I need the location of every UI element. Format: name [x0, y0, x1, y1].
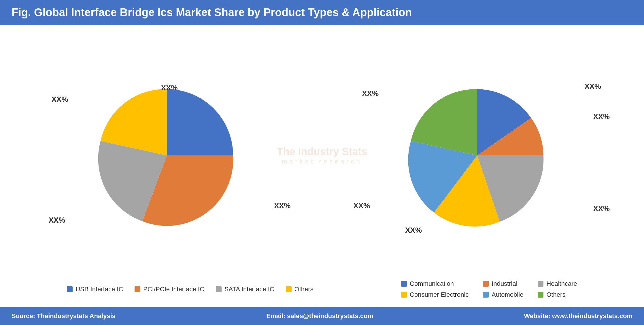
- legend-label: PCI/PCIe Interface IC: [143, 285, 204, 293]
- legend-dot: [135, 286, 140, 292]
- legend1-item: SATA Interface IC: [216, 285, 274, 293]
- legend-dot: [538, 281, 543, 287]
- chart2-label-consumer: XX%: [405, 226, 422, 235]
- legend-label: Healthcare: [546, 280, 577, 288]
- legend-label: Consumer Electronic: [410, 291, 469, 298]
- footer: Source: Theindustrystats Analysis Email:…: [0, 307, 644, 325]
- page-title: Fig. Global Interface Bridge Ics Market …: [12, 6, 632, 19]
- chart2-label-others: XX%: [362, 89, 379, 98]
- legend-label: Communication: [410, 280, 454, 288]
- legend2-item: Communication: [401, 280, 469, 288]
- legend1-item: USB Interface IC: [67, 285, 123, 293]
- charts-area: XX% XX% XX% XX% The Industry Stats marke…: [12, 34, 632, 277]
- legend-dot: [286, 286, 292, 292]
- legend2-item: Healthcare: [538, 280, 577, 288]
- legend-dot: [483, 281, 489, 287]
- legend1-item: Others: [286, 285, 313, 293]
- chart2-label-auto: XX%: [353, 201, 370, 210]
- chart1-svg: [92, 80, 242, 230]
- page-container: Fig. Global Interface Bridge Ics Market …: [0, 0, 644, 325]
- legend-label: Industrial: [492, 280, 517, 288]
- chart1-label-pci: XX%: [274, 201, 291, 210]
- legend-label: Automobile: [492, 291, 523, 298]
- legend-label: USB Interface IC: [75, 285, 123, 293]
- chart2-container: XX% XX% XX% XX% XX% XX%: [348, 66, 607, 245]
- chart2-svg: [402, 80, 552, 230]
- legend-label: Others: [546, 291, 565, 298]
- legend-dot: [67, 286, 73, 292]
- legend-dot: [401, 281, 407, 287]
- legend-dot: [538, 292, 543, 298]
- chart2-label-ind: XX%: [593, 112, 610, 121]
- legend-dot: [401, 292, 407, 298]
- legend2: CommunicationIndustrialHealthcareConsume…: [401, 280, 577, 298]
- chart1-slice-usb: [167, 89, 233, 155]
- footer-source: Source: Theindustrystats Analysis: [12, 312, 116, 320]
- footer-email: Email: sales@theindustrystats.com: [266, 312, 373, 320]
- legend2-item: Industrial: [483, 280, 523, 288]
- footer-website: Website: www.theindustrystats.com: [524, 312, 632, 320]
- chart2-label-comm: XX%: [584, 82, 601, 91]
- chart1-label-usb: XX%: [161, 83, 178, 92]
- legend1-item: PCI/PCIe Interface IC: [135, 285, 204, 293]
- legends-row: USB Interface ICPCI/PCIe Interface ICSAT…: [12, 277, 632, 301]
- legend-dot: [216, 286, 222, 292]
- legend1: USB Interface ICPCI/PCIe Interface ICSAT…: [67, 280, 313, 298]
- chart2-label-health: XX%: [593, 204, 610, 213]
- main-content: XX% XX% XX% XX% The Industry Stats marke…: [0, 25, 644, 307]
- legend-label: SATA Interface IC: [224, 285, 274, 293]
- header: Fig. Global Interface Bridge Ics Market …: [0, 0, 644, 25]
- legend-label: Others: [294, 285, 313, 293]
- chart1-container: XX% XX% XX% XX%: [37, 66, 296, 245]
- legend2-item: Consumer Electronic: [401, 291, 469, 298]
- legend-dot: [483, 292, 489, 298]
- legend2-item: Others: [538, 291, 577, 298]
- chart1-label-others: XX%: [52, 95, 68, 104]
- legend2-item: Automobile: [483, 291, 523, 298]
- chart1-label-sata: XX%: [49, 216, 65, 225]
